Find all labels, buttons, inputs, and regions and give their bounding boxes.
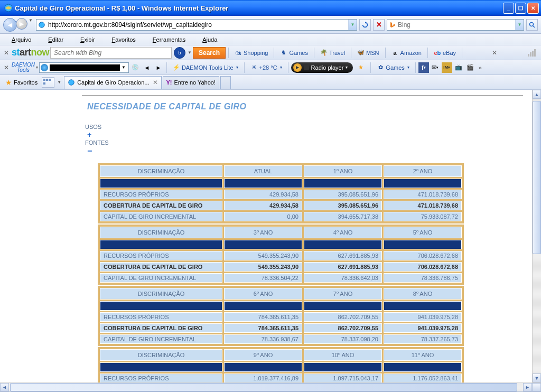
- browser-search-input[interactable]: [398, 21, 515, 29]
- search-dropdown[interactable]: ▼: [515, 20, 524, 30]
- cell-label: CAPITAL DE GIRO INCREMENTAL: [100, 273, 222, 283]
- scroll-right-button[interactable]: ►: [523, 383, 532, 391]
- bing-button[interactable]: b: [174, 47, 185, 59]
- back-button[interactable]: ◄: [3, 18, 17, 32]
- finance-table-4: DISCRIMINAÇÃO9º ANO10º ANO11º ANO RECURS…: [98, 347, 464, 382]
- daemon-logo[interactable]: DAEMONTools: [12, 62, 35, 73]
- mount-icon[interactable]: 💿: [130, 62, 141, 73]
- svg-point-2: [530, 22, 534, 26]
- refresh-button[interactable]: [359, 19, 371, 31]
- close-button[interactable]: ✕: [527, 3, 539, 14]
- link-shopping[interactable]: 🛍Shopping: [231, 48, 272, 58]
- th-disc: DISCRIMINAÇÃO: [100, 227, 222, 238]
- startnow-search-input[interactable]: [50, 47, 172, 59]
- address-bar[interactable]: ▼: [36, 19, 357, 31]
- toolbar-overflow[interactable]: »: [477, 64, 484, 71]
- mail-icon[interactable]: ✉▾: [430, 62, 441, 73]
- radio-player[interactable]: ▶Radio player▾: [291, 62, 353, 73]
- tree-expand-usos[interactable]: +: [85, 130, 523, 139]
- cell-value: 395.085.651,96: [304, 201, 382, 210]
- svg-line-3: [533, 26, 535, 27]
- menu-ferramentas[interactable]: Ferramentas: [144, 35, 194, 44]
- th-atual: ATUAL: [224, 165, 302, 177]
- tab-inactive-label: Entre no Yahoo!: [174, 79, 216, 86]
- weather-widget[interactable]: ☀+28 °C▾: [247, 63, 285, 72]
- menu-editar[interactable]: Editar: [40, 35, 72, 44]
- facebook-icon[interactable]: f▾: [418, 62, 429, 73]
- scroll-down-button[interactable]: ▼: [533, 374, 541, 382]
- radio-fav-icon[interactable]: ★: [354, 63, 368, 72]
- cell-label: RECURSOS PRÓPRIOS: [100, 312, 222, 322]
- startnow-logo[interactable]: startnow: [12, 47, 49, 58]
- daemon-prev-icon[interactable]: ◄: [142, 62, 152, 73]
- bing-icon: [388, 22, 397, 28]
- vertical-scrollbar[interactable]: ▲ ▼: [532, 90, 541, 382]
- quick-tabs-dropdown[interactable]: ▼: [55, 80, 63, 85]
- daemon-lite-link[interactable]: ⚡DAEMON Tools Lite▾: [170, 63, 241, 72]
- address-input[interactable]: [47, 21, 348, 29]
- tab-close-icon[interactable]: ✕: [153, 79, 158, 86]
- th-disc: DISCRIMINAÇÃO: [100, 288, 222, 300]
- maximize-button[interactable]: ❐: [515, 3, 526, 14]
- cell-value: 78.336.642,03: [304, 273, 382, 283]
- quick-tabs-button[interactable]: [42, 77, 54, 88]
- tree-node-usos[interactable]: USOS: [85, 123, 523, 130]
- forward-button[interactable]: ►: [16, 18, 27, 30]
- cell-value: 0,00: [224, 212, 302, 221]
- bing-dropdown[interactable]: ▼: [188, 50, 192, 55]
- scroll-track-h[interactable]: [9, 383, 523, 391]
- address-dropdown[interactable]: ▼: [348, 20, 357, 30]
- daemon-drive-select[interactable]: ▼: [39, 62, 129, 73]
- menu-exibir[interactable]: Exibir: [72, 35, 104, 44]
- cell-value: 941.039.975,28: [384, 312, 462, 322]
- th-a1: 1º ANO: [304, 165, 382, 177]
- cell-value: 706.028.672,68: [384, 262, 462, 272]
- horizontal-scrollbar[interactable]: ◄ ►: [0, 382, 541, 391]
- link-games[interactable]: ♞Games: [277, 48, 311, 58]
- tab-inactive[interactable]: Y! Entre no Yahoo!: [163, 76, 220, 89]
- minimize-button[interactable]: _: [503, 3, 514, 14]
- menu-ajuda[interactable]: Ajuda: [194, 35, 226, 44]
- ebay-icon: eb: [434, 49, 441, 57]
- new-tab-button[interactable]: [220, 76, 231, 89]
- yahoo-icon: Y!: [166, 79, 172, 86]
- toolbar-close-2[interactable]: ✕: [490, 49, 499, 57]
- tab-active[interactable]: Capital de Giro Operacion... ✕: [64, 76, 161, 89]
- link-ebay[interactable]: ebeBay: [431, 48, 459, 58]
- browser-search-bar[interactable]: ▼: [387, 19, 524, 31]
- cell-value: 471.018.739,68: [384, 201, 462, 210]
- link-amazon[interactable]: aAmazon: [388, 48, 425, 58]
- daemon-logo-dropdown[interactable]: ▾: [36, 65, 38, 70]
- stop-icon: [304, 65, 309, 70]
- tree-collapse-fontes[interactable]: −: [85, 146, 523, 156]
- nav-history-dropdown[interactable]: ▼: [27, 18, 34, 32]
- imdb-icon[interactable]: IM▾: [442, 62, 452, 73]
- cell-value: 78.336.786,75: [384, 273, 462, 283]
- daemon-games-link[interactable]: ✿Games▾: [374, 63, 412, 72]
- startnow-search-button[interactable]: Search: [193, 47, 226, 59]
- scroll-track[interactable]: [533, 99, 541, 374]
- menu-arquivo[interactable]: Arquivo: [3, 35, 40, 44]
- scroll-thumb-h[interactable]: [10, 383, 517, 391]
- scroll-left-button[interactable]: ◄: [0, 383, 9, 391]
- scroll-up-button[interactable]: ▲: [533, 90, 541, 99]
- cell-label: RECURSOS PRÓPRIOS: [100, 374, 222, 382]
- finance-table-3: DISCRIMINAÇÃO6º ANO7º ANO8º ANO RECURSOS…: [98, 286, 464, 346]
- scroll-thumb[interactable]: [533, 101, 541, 254]
- search-go-button[interactable]: [526, 19, 538, 31]
- toolbar-close[interactable]: ✕: [2, 49, 11, 57]
- movie-icon[interactable]: 🎬: [465, 62, 475, 73]
- ie-fav-icon: [68, 79, 75, 86]
- daemon-close[interactable]: ✕: [2, 64, 11, 71]
- link-msn[interactable]: 🦋MSN: [354, 48, 382, 58]
- play-icon: ▶: [293, 63, 302, 72]
- favorites-button[interactable]: ★Favoritos: [2, 77, 41, 88]
- tv-icon[interactable]: 📺: [453, 62, 464, 73]
- tree-node-fontes[interactable]: FONTES: [85, 139, 523, 146]
- link-travel[interactable]: 🌴Travel: [317, 48, 348, 58]
- stop-button[interactable]: ✕: [373, 19, 385, 31]
- cell-value: 1.176.052.863,41: [384, 374, 462, 382]
- daemon-next-icon[interactable]: ►: [153, 62, 164, 73]
- shopping-icon: 🛍: [235, 49, 242, 57]
- menu-favoritos[interactable]: Favoritos: [104, 35, 144, 44]
